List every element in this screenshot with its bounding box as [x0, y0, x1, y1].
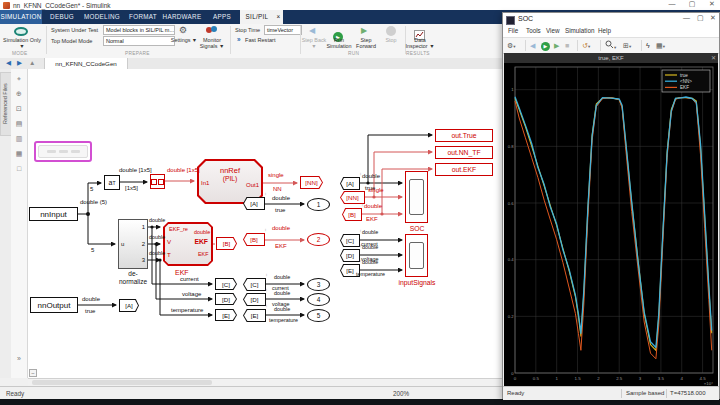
goto-tag-d[interactable]: [D]	[215, 293, 237, 305]
highlighted-empty-block[interactable]	[34, 141, 92, 162]
scope-settings-icon[interactable]: ⚙▾	[507, 40, 516, 52]
hide-explorer-icon[interactable]: ⌖	[14, 74, 24, 84]
menu-tools[interactable]: Tools	[526, 27, 541, 34]
fast-restart-toggle[interactable]: Fast Restart	[245, 37, 275, 43]
data-inspector-button[interactable]: Data Inspector ▼	[404, 37, 436, 49]
image-icon[interactable]: ▦	[14, 149, 24, 159]
nav-up-icon[interactable]: ▲	[29, 59, 35, 66]
cast-block[interactable]	[150, 174, 165, 189]
outport-5[interactable]: 5	[307, 309, 330, 322]
scope-close-icon[interactable]: ✕	[710, 14, 716, 22]
step-forward-icon: ▶	[361, 26, 367, 35]
group-label-mode: MODE	[12, 51, 28, 56]
run-simulation-button[interactable]: Run Simulation	[324, 37, 354, 49]
scope-status-ready: Ready	[507, 390, 524, 396]
nav-forward-icon[interactable]: ▶	[17, 59, 22, 67]
scope-run-icon[interactable]: ▶	[541, 40, 550, 51]
transpose-block[interactable]: aT	[104, 175, 120, 190]
from-tag-b2[interactable]: [B]	[342, 208, 362, 221]
plot-close-icon[interactable]: ✕	[711, 53, 716, 63]
signal-wires	[28, 69, 502, 378]
scope-step-back-icon[interactable]: ◀	[530, 40, 535, 51]
svg-text:0.8: 0.8	[508, 144, 514, 149]
soc-scope-block[interactable]	[405, 171, 428, 223]
scope-restore-view-icon[interactable]: ↺▾	[582, 40, 590, 52]
to-workspace-ekf[interactable]: out.EKF	[435, 163, 493, 176]
outport-1[interactable]: 1	[307, 198, 330, 211]
goto-tag-e[interactable]: [E]	[215, 309, 237, 321]
inputsignals-scope-block[interactable]	[405, 234, 428, 277]
scope-zoom-icon[interactable]: ▾	[605, 40, 616, 53]
signal-label: double	[272, 195, 290, 201]
to-workspace-true[interactable]: out.True	[435, 129, 493, 142]
monitor-signals-button[interactable]: Monitor Signals ▼	[198, 37, 226, 49]
monitor-signals-icon	[206, 26, 218, 35]
signal-label: single	[268, 172, 284, 178]
tab-format[interactable]: FORMAT	[126, 10, 160, 24]
tab-debug[interactable]: DEBUG	[46, 10, 78, 24]
stop-button[interactable]: Stop	[381, 37, 401, 43]
scope-scale-axes-icon[interactable]: ⊞▾	[623, 40, 631, 52]
scope-maximize-icon[interactable]: ▢	[697, 14, 704, 22]
settings-button[interactable]: Settings ▼	[169, 37, 199, 43]
signal-label: single	[368, 187, 384, 193]
from-tag-c[interactable]: [C]	[243, 278, 266, 291]
stop-time-input[interactable]: timeVector	[264, 25, 302, 35]
tab-hardware[interactable]: HARDWARE	[162, 10, 202, 24]
menu-simulation[interactable]: Simulation	[565, 27, 594, 34]
scope-minimize-icon[interactable]: —	[683, 14, 690, 21]
maximize-button[interactable]: ▢	[684, 0, 700, 8]
goto-tag-a[interactable]: [A]	[119, 299, 139, 312]
from-tag-a2[interactable]: [A]	[340, 177, 360, 190]
outport-2[interactable]: 2	[307, 233, 330, 246]
top-model-mode-select[interactable]: Normal	[103, 36, 175, 46]
tab-apps[interactable]: APPS	[208, 10, 236, 24]
system-under-test-select[interactable]: Model blocks in SIL/PIL m...	[103, 25, 175, 35]
from-tag-d2[interactable]: [D]	[340, 249, 360, 262]
scope-measurements-icon[interactable]: ▦▾	[656, 40, 665, 52]
tab-silpil[interactable]: SIL/PIL	[240, 10, 274, 24]
nav-back-icon[interactable]: ◀	[6, 59, 11, 67]
menu-view[interactable]: View	[546, 27, 560, 34]
close-button[interactable]: ✕	[704, 0, 720, 8]
from-tag-d[interactable]: [D]	[243, 293, 266, 306]
soc-scope-window[interactable]: SOC — ▢ ✕ File Tools View Simulation Hel…	[502, 12, 720, 399]
nnoutput-block[interactable]: nnOutput	[30, 297, 78, 313]
annotation-icon[interactable]: ▥	[14, 134, 24, 144]
svg-text:0.4: 0.4	[508, 257, 514, 262]
outport-3[interactable]: 3	[307, 278, 330, 291]
scope-stop-icon[interactable]: ■	[565, 40, 569, 51]
outport-4[interactable]: 4	[307, 293, 330, 306]
menu-help[interactable]: Help	[598, 27, 611, 34]
to-workspace-nntf[interactable]: out.NN_TF	[435, 146, 493, 159]
scope-trigger-icon[interactable]: ϟ	[646, 40, 650, 51]
from-tag-a[interactable]: [A]	[243, 197, 265, 210]
tab-simulation[interactable]: SIMULATION	[0, 10, 42, 24]
simulation-only-button[interactable]: Simulation Only ▼	[2, 37, 42, 49]
menu-file[interactable]: File	[508, 27, 518, 34]
goto-tag-nn[interactable]: [NN]	[300, 176, 323, 189]
from-tag-b[interactable]: [B]	[243, 233, 265, 246]
from-tag-e[interactable]: [E]	[243, 309, 266, 322]
scope-step-forward-icon[interactable]: ▶	[554, 40, 559, 51]
collapse-button[interactable]: −	[29, 369, 37, 377]
from-tag-nn[interactable]: [NN]	[340, 191, 365, 204]
from-tag-c2[interactable]: [C]	[340, 234, 360, 247]
model-document-tab[interactable]: nn_KFNN_CCodeGen	[44, 58, 128, 69]
model-canvas[interactable]: nnInput aT nnRef (PIL) In1 Out1 [NN] u 1…	[28, 69, 502, 378]
fit-to-view-icon[interactable]: ⊡	[14, 104, 24, 114]
minimize-button[interactable]: —	[664, 0, 680, 7]
zoom-icon[interactable]: ⊕	[14, 89, 24, 99]
denormalize-block[interactable]: u 1 2 3	[118, 219, 148, 269]
tab-silpil-close-icon[interactable]: ×	[274, 10, 283, 24]
signal-label: true	[85, 308, 95, 314]
step-forward-button[interactable]: Step Forward	[352, 37, 380, 49]
grid-icon[interactable]: ▤	[14, 119, 24, 129]
scope-plot-area[interactable]: true, EKF ✕ 00.511.522.533.544.500.20.40…	[504, 53, 718, 386]
goto-tag-b[interactable]: [B]	[216, 237, 237, 250]
palette-overflow-icon[interactable]: »	[14, 354, 24, 364]
goto-tag-c[interactable]: [C]	[215, 278, 237, 290]
tab-modeling[interactable]: MODELING	[82, 10, 122, 24]
area-icon[interactable]: □	[14, 164, 24, 174]
nninput-block[interactable]: nnInput	[29, 207, 78, 221]
